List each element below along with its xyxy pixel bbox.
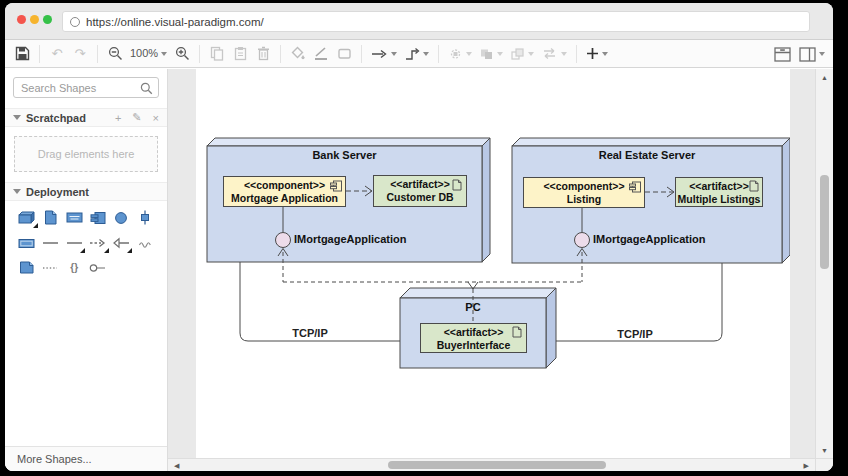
bank-server-node-title[interactable]: Bank Server [207,149,482,161]
order-button[interactable] [510,44,534,64]
more-shapes-link[interactable]: More Shapes... [5,446,167,471]
insert-shape-button[interactable] [586,44,608,64]
palette-association-line[interactable] [39,235,63,250]
align-button[interactable] [448,44,472,64]
palette-artifact-shape[interactable] [39,210,63,225]
scratchpad-close-icon[interactable]: × [153,112,159,124]
component-stereotype: <<component>> [524,180,644,193]
palette-constraint-braces[interactable]: {} [62,260,86,275]
close-window-button[interactable] [17,15,26,24]
scroll-left-icon[interactable]: ◀ [174,462,179,469]
scratchpad-edit-icon[interactable]: ✎ [132,111,141,124]
scroll-down-icon[interactable]: ▼ [821,447,828,454]
drag-hint-text: Drag elements here [38,148,135,160]
zoom-out-button[interactable] [107,44,123,64]
palette-dependency-arrow[interactable] [86,235,110,250]
layout-panel-toggle[interactable] [799,44,825,64]
palette-socket-shape[interactable] [86,260,110,275]
tcp-ip-label-left[interactable]: TCP/IP [275,327,345,339]
delete-button[interactable] [255,44,271,64]
palette-port-shape[interactable] [133,210,157,225]
copy-button[interactable] [209,44,225,64]
deployment-section-header[interactable]: Deployment [5,182,167,201]
palette-dotted-line[interactable] [39,260,63,275]
vertical-scroll-thumb[interactable] [820,175,829,269]
site-info-icon[interactable] [70,17,80,27]
toolbar-separator [280,45,281,63]
real-estate-interface-label[interactable]: IMortgageApplication [593,233,705,245]
palette-generalization-arrow[interactable] [110,235,134,250]
pc-node-title[interactable]: PC [400,301,546,313]
component-stereotype: <<component>> [224,179,345,192]
undo-button[interactable]: ↶ [49,44,65,64]
line-color-button[interactable] [313,44,329,64]
palette-anchor-zigzag[interactable] [133,235,157,250]
chevron-down-icon [391,52,397,56]
save-button[interactable] [14,44,30,64]
listing-component[interactable]: <<component>> Listing [523,177,645,208]
chevron-down-icon [466,52,472,56]
connector-layer [196,69,790,459]
search-shapes-input[interactable] [13,77,159,98]
customer-db-artifact[interactable]: <<artifact>> Customer DB [373,175,467,207]
redo-button[interactable]: ↷ [72,44,88,64]
vertical-scrollbar[interactable]: ▲ ▼ [815,69,833,458]
zoom-level-select[interactable]: 100% [130,44,167,64]
toolbar-separator [438,45,439,63]
palette-device-shape[interactable] [15,235,39,250]
palette-link-line[interactable] [62,235,86,250]
address-bar[interactable]: https://online.visual-paradigm.com/ [62,11,810,32]
chevron-down-icon [423,52,429,56]
shapes-sidebar: Scratchpad + ✎ × Drag elements here Depl… [5,69,168,471]
palette-node-shape[interactable] [15,210,39,225]
real-estate-server-node-title[interactable]: Real Estate Server [512,149,782,161]
toolbar-separator [576,45,577,63]
url-text[interactable]: https://online.visual-paradigm.com/ [86,16,264,28]
arrow-style-button[interactable] [371,44,397,64]
chevron-down-icon [819,52,825,56]
deployment-title: Deployment [26,186,159,198]
scratchpad-dropzone[interactable]: Drag elements here [14,136,158,172]
tcp-ip-label-right[interactable]: TCP/IP [600,328,670,340]
palette-note-shape[interactable] [15,260,39,275]
component-icon [330,180,342,195]
scroll-up-icon[interactable]: ▲ [821,74,828,81]
bank-interface-label[interactable]: IMortgageApplication [294,233,406,245]
zoom-in-button[interactable] [174,44,190,64]
scroll-right-icon[interactable]: ▶ [804,462,809,469]
variant-indicator [33,223,38,228]
component-name: Listing [524,193,644,206]
browser-window: https://online.visual-paradigm.com/ ↶ ↷ … [5,3,833,471]
scratchpad-section-header[interactable]: Scratchpad + ✎ × [5,108,167,127]
scratchpad-add-icon[interactable]: + [115,112,121,124]
diagram-page[interactable]: Bank Server <<component>> Mortgage Appli… [196,69,790,459]
palette-component-shape[interactable] [86,210,110,225]
zoom-window-button[interactable] [43,15,52,24]
minimize-window-button[interactable] [30,15,39,24]
format-panel-toggle[interactable] [774,44,791,64]
paste-button[interactable] [232,44,248,64]
mortgage-application-component[interactable]: <<component>> Mortgage Application [223,176,346,207]
component-icon [629,181,641,196]
multiple-listings-artifact[interactable]: <<artifact>> Multiple Listings [675,177,763,207]
chevron-down-icon [497,52,503,56]
horizontal-scroll-thumb[interactable] [388,461,606,469]
collapse-icon[interactable] [13,115,21,120]
palette-interface-ball-shape[interactable] [110,210,134,225]
horizontal-scrollbar[interactable]: ◀ ▶ [168,458,815,471]
chevron-down-icon [561,52,567,56]
chevron-down-icon [161,52,167,56]
buyer-interface-artifact[interactable]: <<artifact>> BuyerInterface [420,323,527,353]
collapse-icon[interactable] [13,189,21,194]
fill-color-button[interactable] [290,44,306,64]
group-button[interactable] [479,44,503,64]
shape-style-button[interactable] [336,44,352,64]
connector-style-button[interactable] [404,44,429,64]
canvas-area: Bank Server <<component>> Mortgage Appli… [168,69,833,471]
palette-deployment-spec-shape[interactable] [62,210,86,225]
artifact-icon [452,179,462,194]
scratchpad-title: Scratchpad [26,112,104,124]
swap-button[interactable] [541,44,567,64]
browser-titlebar: https://online.visual-paradigm.com/ [5,3,833,40]
toolbar-separator [361,45,362,63]
